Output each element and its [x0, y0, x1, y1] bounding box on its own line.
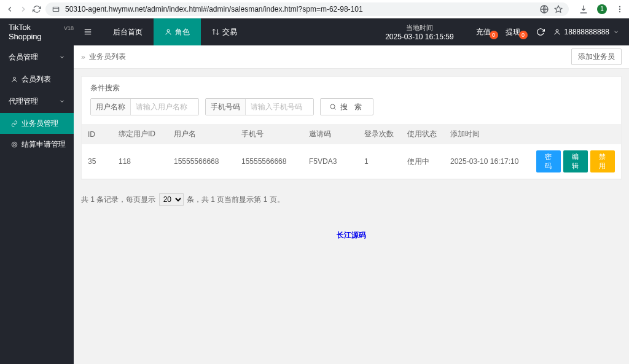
breadcrumb-bar: » 业务员列表 添加业务员	[74, 45, 629, 69]
cell-id: 35	[82, 144, 112, 179]
th-id: ID	[82, 124, 112, 144]
svg-point-5	[619, 8, 620, 9]
search-button[interactable]: 搜 索	[320, 98, 373, 115]
watermark: 长江源码	[74, 230, 629, 241]
refresh-icon	[536, 28, 545, 36]
tab-role[interactable]: 角色	[154, 18, 201, 45]
username-label: 用户名称	[91, 99, 131, 115]
svg-point-6	[619, 10, 620, 12]
table-row: 35 118 15555566668 15555566668 F5VDA3 1 …	[82, 144, 621, 179]
chevron-down-icon	[613, 29, 619, 35]
phone-input[interactable]	[246, 99, 313, 115]
chrome-menu-icon[interactable]	[615, 5, 624, 14]
local-time: 当地时间 2025-03-10 16:15:59	[385, 23, 453, 41]
phone-field-group: 手机号码	[205, 98, 314, 115]
cell-invite: F5VDA3	[303, 144, 358, 179]
tab-home[interactable]: 后台首页	[102, 18, 154, 45]
download-icon[interactable]	[579, 4, 588, 14]
cell-phone: 15555566668	[235, 144, 303, 179]
withdraw-link[interactable]: 提现 0	[498, 27, 528, 37]
username-input[interactable]	[131, 99, 198, 115]
link-icon	[11, 120, 18, 127]
th-bind-uid: 绑定用户ID	[112, 124, 168, 144]
th-username: 用户名	[168, 124, 235, 144]
row-edit-button[interactable]: 编 辑	[563, 150, 588, 172]
page-size-select[interactable]: 20	[159, 193, 184, 206]
cell-add-time: 2025-03-10 16:17:10	[444, 144, 530, 179]
salesman-table: ID 绑定用户ID 用户名 手机号 邀请码 登录次数 使用状态 添加时间 35	[82, 124, 621, 179]
cell-login-count: 1	[358, 144, 401, 179]
search-icon	[329, 103, 337, 110]
sidebar-item-member-list[interactable]: 会员列表	[0, 69, 74, 90]
chevron-down-icon	[59, 98, 65, 104]
watermark-link[interactable]: 长江源码	[337, 231, 366, 239]
table-header-row: ID 绑定用户ID 用户名 手机号 邀请码 登录次数 使用状态 添加时间	[82, 124, 621, 144]
svg-point-12	[14, 77, 16, 79]
browser-back[interactable]	[5, 4, 15, 14]
url-bar[interactable]: 50310-agent.hwymw.net/admin/index.html#/…	[45, 2, 569, 16]
sidebar-item-salesman[interactable]: 业务员管理	[0, 113, 74, 134]
th-add-time: 添加时间	[444, 124, 530, 144]
trade-icon	[212, 28, 219, 36]
bookmark-star-icon[interactable]	[554, 5, 563, 14]
svg-point-15	[330, 104, 335, 109]
th-phone: 手机号	[235, 124, 303, 144]
translate-icon[interactable]	[539, 4, 549, 14]
refresh-button[interactable]	[536, 28, 545, 36]
search-block: 条件搜索 用户名称 手机号码 搜 索	[82, 77, 621, 124]
sidebar-group-agent[interactable]: 代理管理	[0, 90, 74, 113]
user-icon	[165, 28, 172, 36]
svg-rect-0	[53, 7, 58, 11]
hamburger-icon	[84, 28, 92, 36]
tab-trade[interactable]: 交易	[201, 18, 248, 45]
add-salesman-button[interactable]: 添加业务员	[571, 48, 622, 65]
target-icon	[11, 141, 18, 148]
recharge-badge: 0	[490, 31, 498, 39]
list-panel: 条件搜索 用户名称 手机号码 搜 索	[81, 76, 622, 180]
user-menu[interactable]: 18888888888	[553, 28, 619, 36]
logo: TikTok Shopping V18	[0, 23, 74, 41]
user-icon	[553, 28, 561, 36]
svg-point-4	[619, 6, 620, 7]
row-disable-button[interactable]: 禁 用	[590, 150, 615, 172]
svg-line-16	[334, 108, 335, 109]
svg-point-13	[12, 142, 17, 147]
svg-marker-3	[555, 6, 562, 12]
th-invite: 邀请码	[303, 124, 358, 144]
svg-point-11	[556, 29, 558, 32]
breadcrumb: » 业务员列表	[81, 52, 126, 62]
sidebar-group-member[interactable]: 会员管理	[0, 45, 74, 69]
row-pwd-button[interactable]: 密 码	[536, 150, 561, 172]
logo-version: V18	[64, 25, 74, 31]
cell-bind-uid: 118	[112, 144, 168, 179]
browser-reload[interactable]	[32, 4, 42, 14]
username-field-group: 用户名称	[90, 98, 199, 115]
topbar: TikTok Shopping V18 后台首页 角色 交易 当地时间 2025…	[0, 18, 629, 45]
th-login-count: 登录次数	[358, 124, 401, 144]
recharge-link[interactable]: 充值 0	[469, 27, 498, 37]
browser-forward[interactable]	[18, 4, 28, 14]
url-text: 50310-agent.hwymw.net/admin/index.html#/…	[65, 5, 534, 14]
pager-prefix: 共 1 条记录，每页显示	[81, 195, 155, 204]
svg-point-10	[167, 29, 170, 32]
sidebar: 会员管理 会员列表 代理管理 业务员管理 结算申请管理	[0, 45, 74, 364]
site-settings-icon	[52, 5, 60, 14]
pager-suffix: 条，共 1 页当前显示第 1 页。	[187, 195, 284, 204]
browser-chrome: 50310-agent.hwymw.net/admin/index.html#/…	[0, 0, 629, 18]
profile-badge[interactable]: 1	[597, 4, 607, 14]
svg-point-14	[14, 143, 16, 145]
phone-label: 手机号码	[206, 99, 246, 115]
th-actions	[530, 124, 621, 144]
cell-status: 使用中	[401, 144, 444, 179]
withdraw-badge: 0	[519, 31, 528, 39]
user-icon	[11, 76, 18, 83]
chevron-down-icon	[59, 54, 65, 60]
th-status: 使用状态	[401, 124, 444, 144]
breadcrumb-arrow-icon: »	[81, 53, 85, 61]
main-content: » 业务员列表 添加业务员 条件搜索 用户名称 手机号码	[74, 45, 629, 364]
cell-username: 15555566668	[168, 144, 235, 179]
sidebar-toggle[interactable]	[74, 28, 102, 36]
sidebar-item-settlement[interactable]: 结算申请管理	[0, 134, 74, 155]
pager: 共 1 条记录，每页显示 20 条，共 1 页当前显示第 1 页。	[81, 187, 622, 212]
logo-text: TikTok Shopping	[9, 23, 63, 41]
